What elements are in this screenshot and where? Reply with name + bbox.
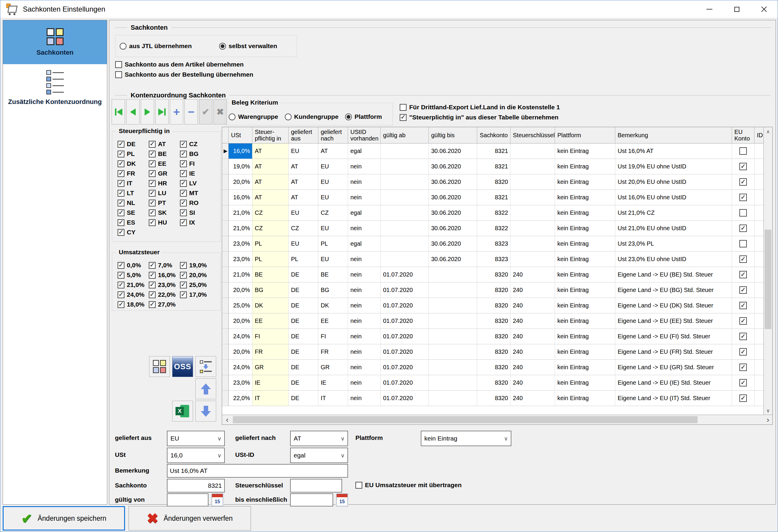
eu-konto-checkbox[interactable]: ✓ [740,302,747,309]
eu-konto-checkbox[interactable]: ✓ [740,255,747,263]
nav-accept-button[interactable]: ✔ [199,99,212,125]
scroll-up-icon[interactable]: ∧ [764,127,772,136]
row-selector-cell[interactable] [222,190,229,205]
minimize-button[interactable] [696,0,723,18]
calendar-icon[interactable]: 15 [212,494,223,506]
country-CZ-checkbox[interactable]: ✓ [180,141,187,148]
country-DK[interactable]: ✓DK [118,160,149,167]
country-BG-checkbox[interactable]: ✓ [180,151,187,157]
country-IE[interactable]: ✓IE [180,170,211,177]
country-HU[interactable]: ✓HU [149,219,180,226]
transfer-down-button[interactable] [196,356,216,377]
eu-umsatzsteuer-option[interactable]: EU Umsatzsteuer mit übertragen [356,480,462,490]
row-selector-cell[interactable] [222,236,229,251]
nav-last-button[interactable] [155,99,169,125]
beleg-kriterium-radio-1[interactable]: Kundengruppe [285,113,338,120]
column-header-id[interactable]: ID [755,127,764,144]
scroll-down-icon[interactable]: ∨ [764,406,772,415]
country-LT[interactable]: ✓LT [118,189,149,197]
column-header-ustid[interactable]: UStID vorhanden [348,127,381,144]
table-option-0-checkbox[interactable] [400,104,406,111]
row-selector-cell[interactable] [222,329,229,344]
taxrate-270-checkbox[interactable]: ✓ [149,301,156,308]
eu-konto-checkbox[interactable] [740,240,747,247]
taxrate-190[interactable]: ✓19,0% [180,262,211,269]
taxrate-00-checkbox[interactable]: ✓ [118,262,125,269]
eu-konto-checkbox[interactable]: ✓ [740,394,747,402]
column-header-gaus[interactable]: geliefert aus [289,127,318,144]
sachkonto-input[interactable] [167,479,225,492]
gueltig-von-input[interactable] [167,493,209,507]
eu-konto-checkbox[interactable] [740,147,747,155]
scroll-left-icon[interactable]: ‹ [222,415,232,425]
country-SK[interactable]: ✓SK [149,209,180,216]
country-BE[interactable]: ✓BE [149,150,180,157]
table-row[interactable]: 24,0%FIDEFInein01.07.20208320240kein Ein… [222,329,764,344]
calendar-icon[interactable]: 15 [336,494,348,506]
taxrate-250-checkbox[interactable]: ✓ [180,282,187,288]
taxrate-50-checkbox[interactable]: ✓ [118,272,125,279]
column-header-stsl[interactable]: Steuerschlüssel [511,127,555,144]
save-changes-button[interactable]: ✔ Änderungen speichern [3,506,125,531]
country-LT-checkbox[interactable]: ✓ [118,190,125,197]
row-selector-cell[interactable] [222,205,229,221]
taxrate-160[interactable]: ✓16,0% [149,272,180,279]
country-IT[interactable]: ✓IT [118,180,149,187]
nav-remove-button[interactable]: − [184,99,198,125]
row-selector-cell[interactable] [222,375,229,391]
eu-umsatzsteuer-option-checkbox[interactable] [356,482,362,488]
country-EE-checkbox[interactable]: ✓ [149,160,156,167]
row-selector-cell[interactable] [222,267,229,283]
column-header-gab[interactable]: gültig ab [381,127,429,144]
eu-konto-checkbox[interactable]: ✓ [740,317,747,325]
eu-konto-checkbox[interactable]: ✓ [740,194,747,201]
oss-button[interactable]: OSS [172,356,193,377]
column-header-gbis[interactable]: gültig bis [429,127,477,144]
taxrate-210-checkbox[interactable]: ✓ [118,282,125,288]
close-button[interactable] [751,0,778,18]
taxrate-240-checkbox[interactable]: ✓ [118,291,125,298]
nav-add-button[interactable]: + [170,99,183,125]
country-MT[interactable]: ✓MT [180,189,211,197]
country-FR[interactable]: ✓FR [118,170,149,177]
horizontal-scroll-thumb[interactable] [233,416,698,423]
country-HR-checkbox[interactable]: ✓ [149,180,156,187]
column-header-skto[interactable]: Sachkonto [477,127,511,144]
taxrate-200-checkbox[interactable]: ✓ [180,272,187,279]
table-row[interactable]: 16,0%ATATEUnein30.06.20208321kein Eintra… [222,190,764,205]
country-HU-checkbox[interactable]: ✓ [149,219,156,226]
country-BG[interactable]: ✓BG [180,150,211,157]
sachkonten-option-1[interactable]: Sachkonto aus der Bestellung übernehmen [115,70,253,80]
taxrate-160-checkbox[interactable]: ✓ [149,272,156,279]
taxrate-270[interactable]: ✓27,0% [149,301,180,308]
row-selector-cell[interactable] [222,221,229,236]
row-selector-cell[interactable] [222,283,229,298]
taxrate-70[interactable]: ✓7,0% [149,262,180,269]
bis-einschliesslich-input[interactable] [290,493,333,507]
table-row[interactable]: 20,0%BGDEBGnein01.07.20208320240kein Ein… [222,283,764,298]
country-AT[interactable]: ✓AT [149,141,180,148]
horizontal-scrollbar[interactable]: ‹ › [222,415,773,425]
table-option-1[interactable]: ✓"Steuerplichtig in" aus dieser Tabelle … [400,112,560,123]
country-ES-checkbox[interactable]: ✓ [118,219,125,226]
move-down-button[interactable] [196,401,216,422]
country-SI-checkbox[interactable]: ✓ [180,209,187,216]
scroll-right-icon[interactable]: › [763,415,773,425]
country-PT[interactable]: ✓PT [149,199,180,207]
row-selector-cell[interactable] [222,391,229,406]
table-row[interactable]: 22,0%ITDEITnein01.07.20208320240kein Ein… [222,391,764,406]
column-header-eu[interactable]: EU Konto [732,127,755,144]
discard-changes-button[interactable]: ✖ Änderungen verwerfen [129,506,251,531]
vertical-scrollbar[interactable]: ∧ ∨ [764,127,772,415]
taxrate-200[interactable]: ✓20,0% [180,272,211,279]
column-header-bem[interactable]: Bemerkung [615,127,732,144]
taxrate-250[interactable]: ✓25,0% [180,281,211,288]
table-row[interactable]: 20,0%FRDEFRnein01.07.20208320240kein Ein… [222,344,764,360]
taxrate-170-checkbox[interactable]: ✓ [180,291,187,298]
country-IE-checkbox[interactable]: ✓ [180,170,187,177]
eu-konto-checkbox[interactable]: ✓ [740,271,747,278]
country-HR[interactable]: ✓HR [149,180,180,187]
country-DK-checkbox[interactable]: ✓ [118,160,125,167]
country-FI-checkbox[interactable]: ✓ [180,160,187,167]
table-row[interactable]: 19,0%ATATEUnein30.06.20208321kein Eintra… [222,159,764,174]
